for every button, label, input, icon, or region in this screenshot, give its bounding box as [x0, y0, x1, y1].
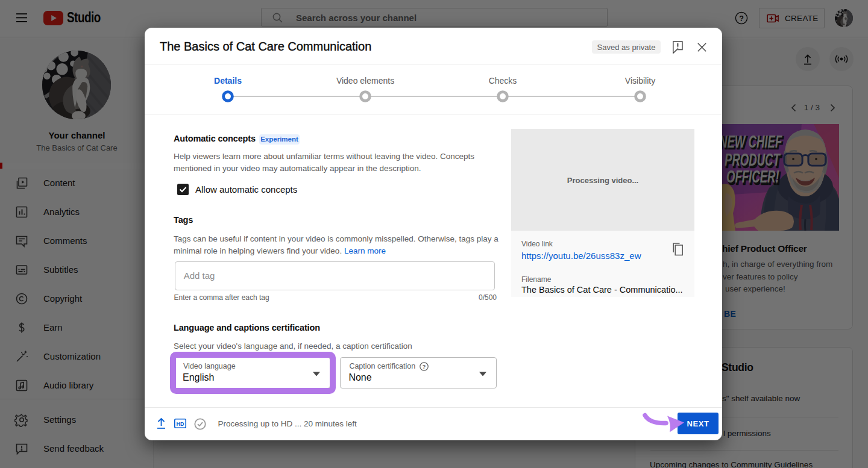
svg-text:?: ?: [423, 363, 426, 370]
svg-text:HD: HD: [177, 420, 184, 426]
